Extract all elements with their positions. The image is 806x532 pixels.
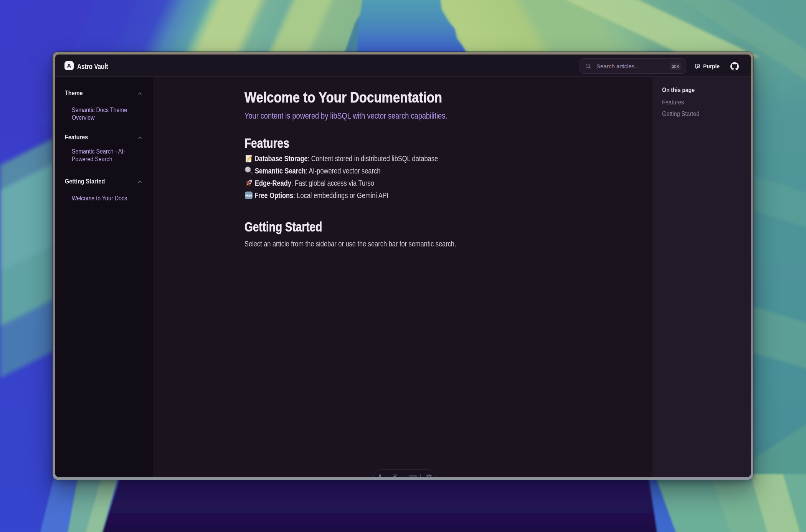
svg-text:FREE: FREE bbox=[245, 194, 252, 197]
